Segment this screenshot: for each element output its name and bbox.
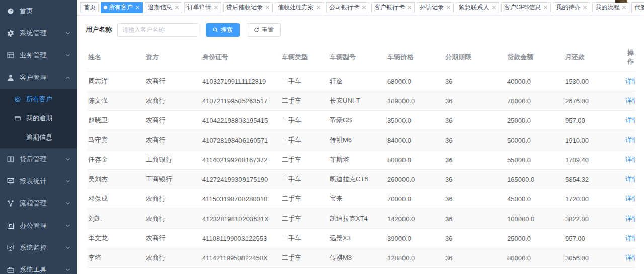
cell: 3822.00 bbox=[564, 209, 624, 229]
cell: 1910.00 bbox=[564, 130, 624, 150]
close-icon[interactable] bbox=[214, 5, 218, 10]
tab-label: 公司银行卡 bbox=[329, 3, 359, 12]
sidebar-item-8[interactable]: 系统监控 bbox=[0, 237, 77, 259]
close-icon[interactable] bbox=[583, 5, 587, 10]
customer-table-wrap: 姓名资方身份证号车辆类型车辆型号车辆价格分期期限贷款金额月还款操作 周志洋农商行… bbox=[87, 43, 635, 274]
column-header-1: 资方 bbox=[145, 43, 201, 72]
close-icon[interactable] bbox=[265, 5, 270, 10]
search-label: 用户名称 bbox=[86, 25, 112, 34]
tab-11[interactable]: 我的待办 bbox=[553, 2, 590, 13]
cell: 赵晓卫 bbox=[87, 111, 145, 130]
close-icon[interactable] bbox=[492, 5, 496, 10]
detail-link[interactable]: 详情 bbox=[625, 97, 635, 104]
tab-label: 贷后催收记录 bbox=[226, 3, 263, 12]
cell: 142000.0 bbox=[386, 209, 444, 229]
cell: 传祺M6 bbox=[329, 130, 386, 150]
tab-6[interactable]: 公司银行卡 bbox=[326, 2, 369, 13]
cell: 任存金 bbox=[87, 150, 145, 170]
sidebar-item-7[interactable]: 办公管理 bbox=[0, 215, 77, 237]
cell: 36 bbox=[444, 248, 506, 268]
submenu-item-2[interactable]: 逾期信息 bbox=[0, 128, 77, 147]
sidebar-item-3[interactable]: 客户管理 bbox=[0, 66, 77, 89]
detail-link[interactable]: 详情 bbox=[625, 77, 635, 85]
cell: 36 bbox=[444, 111, 506, 130]
table-body: 周志洋农商行410327199111112819二手车轩逸68000.03640… bbox=[87, 72, 635, 274]
submenu-item-0[interactable]: 所有客户 bbox=[0, 90, 77, 109]
cell: 35000.0 bbox=[386, 111, 444, 130]
close-icon[interactable] bbox=[543, 5, 548, 10]
tab-label: 订单详情 bbox=[187, 3, 211, 12]
sidebar-item-6[interactable]: 流程管理 bbox=[0, 192, 77, 215]
close-icon[interactable] bbox=[175, 5, 179, 10]
tab-2[interactable]: 逾期信息 bbox=[145, 2, 182, 13]
sidebar-item-9[interactable]: 系统工具 bbox=[0, 259, 77, 274]
detail-link[interactable]: 详情 bbox=[625, 136, 635, 144]
chevron-down-icon bbox=[65, 223, 71, 229]
close-icon[interactable] bbox=[446, 5, 451, 10]
detail-link[interactable]: 详情 bbox=[625, 116, 635, 124]
cell: 工商银行 bbox=[145, 150, 201, 170]
tab-13[interactable]: 代签任务 bbox=[631, 2, 644, 13]
sidebar-item-1[interactable]: 系统管理 bbox=[0, 22, 77, 44]
tab-9[interactable]: 紧急联系人 bbox=[456, 2, 499, 13]
cell: 二手车 bbox=[281, 91, 329, 111]
tab-12[interactable]: 我的流程 bbox=[592, 2, 629, 13]
submenu: 所有客户我的逾期逾期信息 bbox=[0, 89, 77, 148]
cell: 传祺M8 bbox=[329, 248, 386, 268]
close-icon[interactable] bbox=[316, 5, 321, 10]
close-icon[interactable] bbox=[407, 5, 412, 10]
tab-7[interactable]: 客户银行卡 bbox=[371, 2, 415, 13]
cell: 黄强 bbox=[87, 268, 145, 274]
sidebar-item-5[interactable]: 报表统计 bbox=[0, 170, 77, 192]
detail-link[interactable]: 详情 bbox=[625, 254, 635, 261]
cell-actions: 详情 bbox=[624, 72, 635, 91]
detail-link[interactable]: 详情 bbox=[625, 195, 635, 202]
cell: 80000.0 bbox=[506, 248, 564, 268]
column-header-0: 姓名 bbox=[87, 43, 145, 72]
reset-button[interactable]: 重置 bbox=[247, 23, 281, 37]
cell: 二手车 bbox=[281, 170, 329, 189]
cell: 农商行 bbox=[145, 209, 201, 229]
tab-0[interactable]: 首页 bbox=[80, 2, 99, 13]
table-row: 任存金工商银行411402199208167372二手车菲斯塔80000.036… bbox=[87, 150, 635, 170]
tab-5[interactable]: 催收处理方案 bbox=[275, 2, 324, 13]
detail-link[interactable]: 详情 bbox=[625, 156, 635, 163]
cell: 菲斯塔 bbox=[329, 150, 386, 170]
cell: 3439.00 bbox=[564, 268, 624, 274]
cell-actions: 详情 bbox=[624, 111, 635, 130]
tab-1[interactable]: 所有客户 bbox=[101, 2, 143, 13]
close-icon[interactable] bbox=[622, 5, 626, 10]
search-input[interactable] bbox=[117, 23, 198, 37]
submenu-item-1[interactable]: 我的逾期 bbox=[0, 109, 77, 128]
cell-actions: 详情 bbox=[624, 91, 635, 111]
active-dot-icon bbox=[104, 6, 107, 9]
cell: 41152720000215809X bbox=[201, 268, 281, 274]
sidebar-item-label: 系统管理 bbox=[20, 29, 65, 38]
sidebar-item-2[interactable]: 业务管理 bbox=[0, 44, 77, 66]
sidebar-item-0[interactable]: 首页 bbox=[0, 0, 77, 22]
detail-link[interactable]: 详情 bbox=[625, 234, 635, 242]
cell: 40000.0 bbox=[506, 72, 564, 91]
column-header-5: 车辆价格 bbox=[386, 43, 444, 72]
cell-actions: 详情 bbox=[624, 229, 635, 248]
tab-10[interactable]: 客户GPS信息 bbox=[501, 2, 551, 13]
tab-label: 外访记录 bbox=[420, 3, 444, 12]
card-icon bbox=[15, 115, 21, 122]
cell: 36 bbox=[444, 268, 506, 274]
tab-4[interactable]: 贷后催收记录 bbox=[223, 2, 273, 13]
search-toolbar: 用户名称 搜索 重置 bbox=[86, 23, 644, 37]
reset-button-label: 重置 bbox=[262, 26, 274, 34]
tab-label: 催收处理方案 bbox=[278, 3, 314, 12]
cell: 3056.00 bbox=[564, 248, 624, 268]
sidebar-item-label: 流程管理 bbox=[20, 199, 65, 208]
close-icon[interactable] bbox=[135, 5, 140, 10]
chevron-down-icon bbox=[65, 200, 71, 207]
close-icon[interactable] bbox=[362, 5, 366, 10]
detail-link[interactable]: 详情 bbox=[625, 215, 635, 222]
sidebar-item-4[interactable]: 贷后管理 bbox=[0, 148, 77, 170]
search-button[interactable]: 搜索 bbox=[206, 23, 240, 37]
cell-actions: 详情 bbox=[624, 268, 635, 274]
tab-3[interactable]: 订单详情 bbox=[184, 2, 221, 13]
tab-8[interactable]: 外访记录 bbox=[417, 2, 454, 13]
detail-link[interactable]: 详情 bbox=[625, 175, 635, 183]
